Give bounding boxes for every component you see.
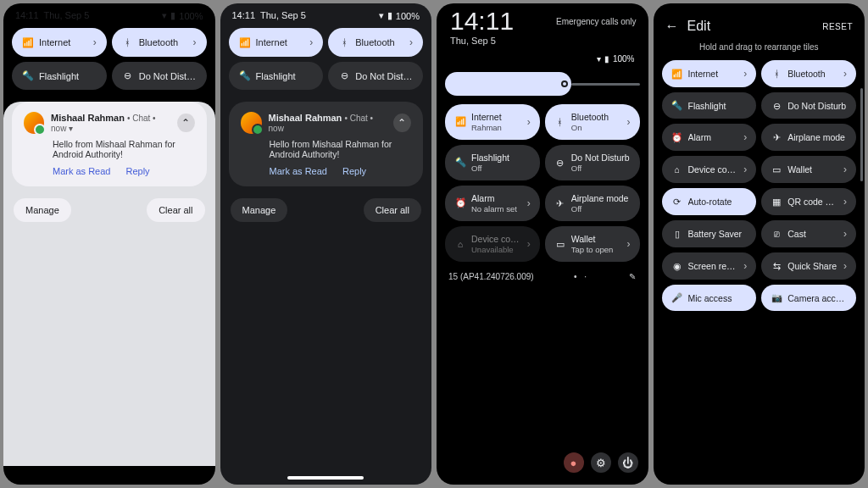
tile-airplane[interactable]: ✈Airplane mode (761, 124, 856, 151)
scrollbar[interactable] (860, 88, 863, 181)
wifi-icon: 📶 (239, 37, 251, 48)
tile-bluetooth[interactable]: ᚼBluetooth› (761, 60, 856, 87)
tile-flashlight[interactable]: 🔦Flashlight (662, 92, 757, 119)
share-icon: ⇆ (771, 261, 782, 271)
battery-icon: ▮ (387, 10, 392, 21)
tile-flashlight[interactable]: 🔦FlashlightOff (445, 145, 540, 180)
reply-button[interactable]: Reply (342, 166, 366, 176)
camera-icon: 📷 (771, 292, 782, 303)
page-dots: • · (574, 272, 589, 281)
tile-autorotate[interactable]: ⟳Auto-rotate (662, 188, 757, 215)
battery-icon: ▮ (604, 54, 609, 64)
hint-text: Hold and drag to rearrange tiles (654, 39, 865, 58)
mark-read-button[interactable]: Mark as Read (53, 166, 110, 176)
clear-all-button[interactable]: Clear all (147, 198, 204, 222)
collapse-button[interactable]: ⌃ (393, 114, 411, 132)
settings-button[interactable]: ⚙ (591, 452, 611, 473)
tile-battery-saver[interactable]: ▯Battery Saver (662, 220, 757, 247)
phone-light-shade: 14:11Thu, Sep 5 ▾▮100% 📶Internet› ᚼBluet… (3, 3, 215, 485)
tile-camera[interactable]: 📷Camera access (761, 285, 856, 311)
tile-airplane[interactable]: ✈Airplane modeOff (545, 186, 640, 221)
tile-wallet[interactable]: ▭Wallet› (761, 156, 856, 183)
flashlight-icon: 🔦 (454, 157, 466, 168)
nav-handle[interactable] (287, 476, 364, 480)
clear-all-button[interactable]: Clear all (364, 198, 421, 222)
quick-settings: 📶Internet› ᚼBluetooth› 🔦Flashlight ⊖Do N… (220, 23, 432, 95)
cast-icon: ⎚ (771, 229, 782, 239)
mark-read-button[interactable]: Mark as Read (270, 166, 327, 176)
tile-cast[interactable]: ⎚Cast› (761, 220, 856, 247)
nav-handle[interactable] (71, 476, 147, 480)
tile-dnd[interactable]: ⊖Do Not Disturb (328, 62, 423, 90)
date-text: Thu, Sep 5 (44, 10, 90, 21)
tile-flashlight[interactable]: 🔦Flashlight (12, 62, 107, 90)
phone-edit-tiles: ← Edit RESET Hold and drag to rearrange … (654, 3, 865, 485)
tile-internet[interactable]: 📶Internet› (229, 28, 324, 57)
build-number: 15 (AP41.240726.009) (448, 272, 534, 281)
wifi-icon: 📶 (22, 37, 34, 48)
tile-wallet[interactable]: ▭WalletTap to open› (545, 226, 640, 262)
manage-button[interactable]: Manage (14, 198, 71, 222)
wifi-icon: ▾ (379, 10, 384, 21)
avatar (24, 112, 44, 134)
wifi-icon: 📶 (671, 69, 683, 80)
phone-dark-shade: 14:11Thu, Sep 5 ▾▮100% 📶Internet› ᚼBluet… (220, 3, 432, 485)
wallet-icon: ▭ (554, 239, 566, 249)
status-bar: 14:11Thu, Sep 5 ▾▮100% (3, 3, 215, 23)
tile-quick-share[interactable]: ⇆Quick Share› (761, 252, 856, 280)
tile-device-controls[interactable]: ⌂Device contr…Unavailable› (445, 226, 540, 262)
home-icon: ⌂ (671, 164, 683, 175)
notification-card[interactable]: Mishaal Rahman • Chat • now ⌃ Hello from… (229, 102, 424, 186)
tile-internet[interactable]: 📶Internet› (12, 28, 107, 57)
tile-internet[interactable]: 📶Internet› (662, 60, 757, 87)
wifi-icon: ▾ (597, 54, 601, 64)
bluetooth-icon: ᚼ (554, 117, 566, 127)
mic-icon: 🎤 (671, 292, 683, 303)
flashlight-icon: 🔦 (22, 70, 34, 81)
battery-icon: ▯ (671, 229, 683, 239)
battery-icon: ▮ (170, 10, 175, 21)
tile-device-controls[interactable]: ⌂Device contr…› (662, 156, 757, 183)
tile-bluetooth[interactable]: ᚼBluetoothOn› (545, 104, 640, 140)
notification-card[interactable]: Mishaal Rahman • Chat • now ▾ ⌃ Hello fr… (12, 102, 207, 186)
tile-flashlight[interactable]: 🔦Flashlight (229, 62, 324, 90)
qr-icon: ▦ (771, 197, 782, 207)
tile-bluetooth[interactable]: ᚼBluetooth› (328, 28, 423, 57)
power-button[interactable]: ⏻ (618, 452, 638, 473)
tile-alarm[interactable]: ⏰AlarmNo alarm set› (445, 186, 540, 221)
record-icon: ◉ (671, 261, 683, 271)
phone-expanded-qs: Emergency calls only 14:11 Thu, Sep 5 ▾▮… (437, 3, 648, 485)
date-text: Thu, Sep 5 (437, 36, 648, 53)
battery-text: 100% (179, 11, 203, 21)
alarm-icon: ⏰ (454, 197, 466, 208)
tile-qr[interactable]: ▦QR code sca…› (761, 188, 856, 215)
dnd-icon: ⊖ (554, 158, 566, 168)
back-button[interactable]: ← (665, 19, 679, 34)
reply-button[interactable]: Reply (125, 166, 149, 176)
collapse-button[interactable]: ⌃ (177, 114, 194, 132)
dnd-icon: ⊖ (338, 70, 350, 81)
chevron-right-icon: › (93, 36, 97, 48)
tile-dnd[interactable]: ⊖Do Not Disturb (112, 62, 207, 90)
airplane-icon: ✈ (554, 198, 566, 208)
reset-button[interactable]: RESET (822, 22, 853, 31)
brightness-slider[interactable] (437, 69, 648, 103)
avatar (241, 112, 262, 134)
tile-alarm[interactable]: ⏰Alarm› (662, 124, 757, 151)
manage-button[interactable]: Manage (231, 198, 288, 222)
tile-internet[interactable]: 📶InternetRahman› (445, 104, 540, 140)
notif-body: Hello from Mishaal Rahman for Android Au… (53, 139, 195, 159)
edit-icon[interactable]: ✎ (629, 272, 636, 281)
tile-screen-record[interactable]: ◉Screen record› (662, 252, 757, 280)
wifi-icon: 📶 (454, 116, 466, 127)
record-button[interactable]: ● (564, 452, 584, 473)
tile-dnd[interactable]: ⊖Do Not DisturbOff (545, 145, 640, 180)
chevron-right-icon: › (193, 36, 197, 48)
tile-mic[interactable]: 🎤Mic access (662, 285, 757, 311)
clock-text: 14:11 (15, 10, 39, 21)
dnd-icon: ⊖ (771, 101, 782, 111)
home-icon: ⌂ (454, 239, 466, 249)
tile-bluetooth[interactable]: ᚼBluetooth› (112, 28, 207, 57)
tile-dnd[interactable]: ⊖Do Not Disturb (761, 92, 856, 119)
quick-settings: 📶Internet› ᚼBluetooth› 🔦Flashlight ⊖Do N… (3, 23, 215, 95)
